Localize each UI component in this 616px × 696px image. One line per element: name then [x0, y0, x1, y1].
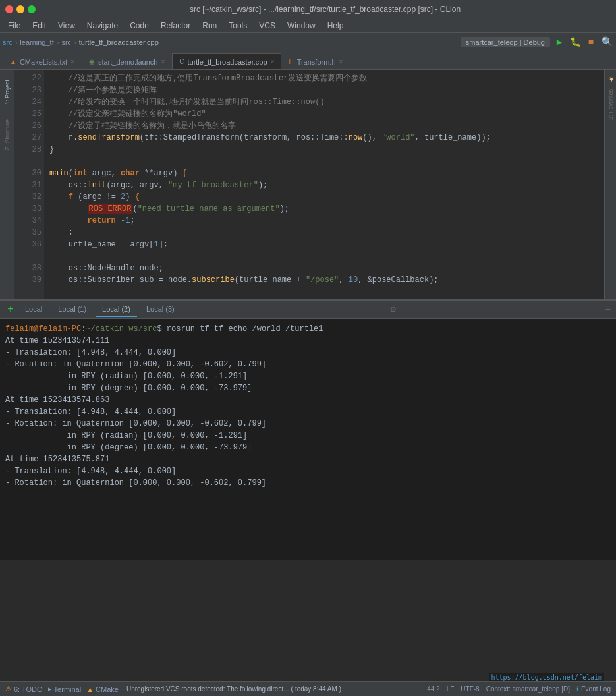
term-line-12: - Translation: [4.948, 4.444, 0.000]: [5, 465, 611, 477]
tab-local2[interactable]: Local (2): [96, 303, 137, 317]
menu-code[interactable]: Code: [125, 20, 154, 32]
ln-30: 30: [14, 167, 42, 179]
tab-broadcaster[interactable]: C turtle_tf_broadcaster.cpp ×: [172, 53, 281, 69]
terminal-content[interactable]: felaim@felaim-PC:~/catkin_ws/src$ rosrun…: [0, 319, 616, 560]
terminal-add-button[interactable]: +: [5, 304, 16, 315]
stop-button[interactable]: ■: [584, 36, 598, 49]
ln-33: 33: [14, 203, 42, 215]
minimize-button[interactable]: [16, 5, 24, 13]
code-line-26: //设定子框架链接的名称为，就是小乌龟的名字: [49, 120, 611, 132]
cursor-position: 44:2: [427, 685, 439, 693]
tab-label-launch: start_demo.launch: [98, 58, 158, 66]
menu-refactor[interactable]: Refactor: [155, 20, 196, 32]
ln-25: 25: [14, 108, 42, 120]
bc-src[interactable]: src: [3, 38, 13, 46]
menu-help[interactable]: Help: [322, 20, 349, 32]
tab-close-transform[interactable]: ×: [339, 58, 343, 65]
window-title: src [~/catkin_ws/src] - .../learning_tf/…: [40, 5, 611, 14]
terminal-label: Terminal: [54, 685, 82, 693]
tab-local1[interactable]: Local (1): [51, 303, 93, 317]
line-endings[interactable]: LF: [447, 685, 455, 693]
csdn-link[interactable]: https://blog.csdn.net/felaim: [489, 673, 604, 682]
code-line-27: r.sendTransform(tf::StampedTransform(tra…: [49, 132, 611, 144]
code-line-38: os::NodeHandle node;: [49, 262, 611, 274]
menu-edit[interactable]: Edit: [27, 20, 51, 32]
code-line-32: f (argc != 2) {: [49, 191, 611, 203]
event-log[interactable]: ℹ Event Log: [576, 685, 611, 693]
left-sidebar: 1: Project Z: Structure: [0, 70, 14, 314]
cmake-tab[interactable]: ▲ CMake: [86, 685, 119, 693]
tab-close-broadcaster[interactable]: ×: [271, 58, 275, 65]
term-line-7: - Translation: [4.948, 4.444, 0.000]: [5, 406, 611, 418]
menu-run[interactable]: Run: [197, 20, 222, 32]
tab-label-transform: Transform.h: [297, 58, 336, 66]
terminal-settings-icon[interactable]: ⚙: [390, 304, 395, 315]
menu-view[interactable]: View: [53, 20, 80, 32]
code-line-37: [49, 250, 611, 262]
sidebar-project[interactable]: 1: Project: [1, 72, 13, 112]
ln-34: 34: [14, 215, 42, 227]
cmake-icon: ▲: [10, 58, 16, 65]
terminal-tab[interactable]: ▸ Terminal: [48, 685, 82, 693]
window-controls[interactable]: [5, 5, 36, 13]
ln-36: 36: [14, 239, 42, 250]
code-line-30: main(int argc, char **argv) {: [49, 167, 611, 179]
bc-learning-tf[interactable]: learning_tf: [20, 38, 53, 46]
context: Context: smartcar_teleop [D]: [486, 685, 570, 693]
terminal-icon: ▸: [48, 685, 52, 693]
run-config[interactable]: smartcar_teleop | Debug: [461, 37, 550, 47]
info-icon: ℹ: [576, 685, 579, 693]
ln-28: 28: [14, 144, 42, 156]
run-button[interactable]: ▶: [553, 36, 566, 49]
todo-icon: ⚠: [5, 685, 12, 693]
todo-tab[interactable]: ⚠ 6: TODO: [5, 685, 43, 693]
code-line-29: [49, 156, 611, 167]
tab-close-cmake[interactable]: ×: [70, 58, 74, 65]
code-line-34: return -1;: [49, 215, 611, 227]
term-line-0: felaim@felaim-PC:~/catkin_ws/src$ rosrun…: [5, 323, 611, 335]
menu-bar: File Edit View Navigate Code Refactor Ru…: [0, 18, 616, 33]
term-line-6: At time 1523413574.863: [5, 394, 611, 406]
search-button[interactable]: 🔍: [600, 36, 613, 49]
menu-window[interactable]: Window: [282, 20, 321, 32]
right-sidebar: ★ 2: Favorites: [604, 70, 616, 299]
status-bar: ⚠ 6: TODO ▸ Terminal ▲ CMake Unregistere…: [0, 682, 616, 696]
menu-file[interactable]: File: [3, 20, 26, 32]
ln-23: 23: [14, 84, 42, 96]
menu-tools[interactable]: Tools: [223, 20, 252, 32]
tab-local[interactable]: Local: [18, 303, 49, 317]
tab-launch[interactable]: ◉ start_demo.launch ×: [82, 53, 172, 69]
code-line-25: //设定父亲框架链接的名称为"world": [49, 108, 611, 120]
ln-38: 38: [14, 262, 42, 274]
code-editor[interactable]: //这是真正的工作完成的地方,使用TransformBroadcaster发送变…: [44, 70, 616, 314]
tab-local3[interactable]: Local (3): [140, 303, 181, 317]
tab-close-launch[interactable]: ×: [161, 58, 165, 65]
menu-navigate[interactable]: Navigate: [82, 20, 123, 32]
bc-src2[interactable]: src: [61, 38, 71, 46]
title-bar: src [~/catkin_ws/src] - .../learning_tf/…: [0, 0, 616, 18]
term-line-13: - Rotation: in Quaternion [0.000, 0.000,…: [5, 477, 611, 489]
todo-label: 6: TODO: [14, 685, 43, 693]
terminal-header: + Local Local (1) Local (2) Local (3) ⚙ …: [0, 301, 616, 319]
maximize-button[interactable]: [28, 5, 36, 13]
sidebar-structure[interactable]: Z: Structure: [1, 115, 13, 154]
menu-vcs[interactable]: VCS: [254, 20, 281, 32]
term-line-8: - Rotation: in Quaternion [0.000, 0.000,…: [5, 418, 611, 430]
close-button[interactable]: [5, 5, 13, 13]
bc-file[interactable]: turtle_tf_broadcaster.cpp: [79, 38, 159, 46]
favorites-label[interactable]: 2: Favorites: [607, 86, 614, 123]
tab-cmakelists[interactable]: ▲ CMakeLists.txt ×: [3, 53, 82, 69]
ln-39: 39: [14, 274, 42, 286]
code-line-33: ROS_ERROR("need turtle name as argument"…: [49, 203, 611, 215]
status-warning: Unregistered VCS roots detected: The fol…: [126, 685, 341, 693]
code-line-35: ;: [49, 227, 611, 239]
terminal-close-icon[interactable]: −: [605, 304, 611, 315]
favorites-icon[interactable]: ★: [606, 72, 615, 86]
term-line-1: At time 1523413574.111: [5, 335, 611, 347]
line-numbers: 22 23 24 25 26 27 28 30 31 32 33 34 35 3…: [14, 70, 44, 314]
debug-button[interactable]: 🐛: [569, 36, 582, 49]
term-line-11: At time 1523413575.871: [5, 453, 611, 465]
toolbar-right: smartcar_teleop | Debug ▶ 🐛 ■ 🔍: [461, 36, 613, 49]
tab-transform[interactable]: H Transform.h ×: [281, 53, 350, 69]
encoding[interactable]: UTF-8: [461, 685, 479, 693]
